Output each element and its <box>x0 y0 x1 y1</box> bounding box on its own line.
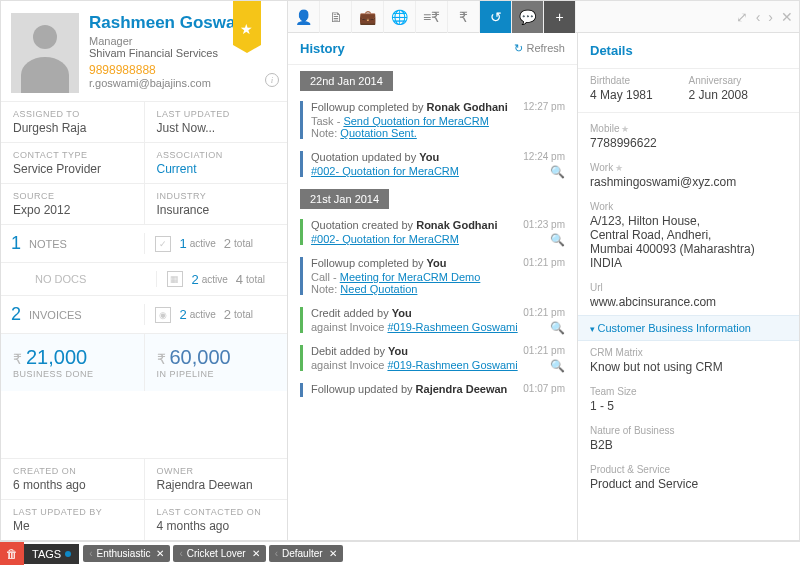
favorite-ribbon[interactable] <box>233 1 261 45</box>
history-link[interactable]: Need Quotation <box>340 283 417 295</box>
history-item[interactable]: Followup completed by YouCall - Meeting … <box>288 251 577 301</box>
birthdate-value: 4 May 1981 <box>590 88 689 102</box>
remove-tag-icon[interactable]: ✕ <box>156 548 164 559</box>
history-link[interactable]: #002- Quotation for MeraCRM <box>311 165 459 177</box>
footer-value: 4 months ago <box>157 519 276 533</box>
globe-icon: ◉ <box>155 307 171 323</box>
footer-value: Rajendra Deewan <box>157 478 276 492</box>
history-time: 01:21 pm <box>523 345 565 356</box>
date-header: 21st Jan 2014 <box>300 189 389 209</box>
footer-label: OWNER <box>157 466 276 476</box>
mobile-label: Mobile★ <box>590 123 787 134</box>
contact-company: Shivam Financial Services <box>89 47 255 59</box>
notes-stat[interactable]: 1NOTES <box>1 233 144 254</box>
footer-value: Me <box>13 519 132 533</box>
contact-email[interactable]: r.goswami@bajajins.com <box>89 77 255 89</box>
history-time: 01:23 pm <box>523 219 565 230</box>
history-item[interactable]: Followup completed by Ronak GodhaniTask … <box>288 95 577 145</box>
work-email-value: rashmingoswami@xyz.com <box>590 175 787 189</box>
toolbar-chat-icon[interactable]: 💬 <box>512 1 544 33</box>
nodocs-stat[interactable]: NO DOCS <box>1 271 156 287</box>
meta-label: INDUSTRY <box>157 191 276 201</box>
meta-label: ASSOCIATION <box>157 150 276 160</box>
history-item[interactable]: Credit added by Youagainst Invoice #019-… <box>288 301 577 339</box>
toolbar-globe-icon[interactable]: 🌐 <box>384 1 416 33</box>
biz-label: Product & Service <box>590 464 787 475</box>
meta-value: Expo 2012 <box>13 203 132 217</box>
mobile-value: 7788996622 <box>590 136 787 150</box>
footer-label: LAST UPDATED BY <box>13 507 132 517</box>
meta-value: Just Now... <box>157 121 276 135</box>
remove-tag-icon[interactable]: ✕ <box>329 548 337 559</box>
toolbar-briefcase-icon[interactable]: 💼 <box>352 1 384 33</box>
active-total-stat: ✓1active2total <box>144 233 288 254</box>
toolbar-rupee-icon[interactable]: ₹ <box>448 1 480 33</box>
delete-tag-icon[interactable]: 🗑 <box>0 542 24 566</box>
history-list: 22nd Jan 2014Followup completed by Ronak… <box>288 65 577 540</box>
anniversary-label: Anniversary <box>689 75 788 86</box>
history-item[interactable]: Debit added by Youagainst Invoice #019-R… <box>288 339 577 377</box>
history-link[interactable]: #002- Quotation for MeraCRM <box>311 233 459 245</box>
birthdate-label: Birthdate <box>590 75 689 86</box>
history-link[interactable]: Quotation Sent. <box>340 127 416 139</box>
in-pipeline: ₹60,000IN PIPELINE <box>144 334 288 391</box>
avatar[interactable] <box>11 13 79 93</box>
toolbar-history-icon[interactable]: ↺ <box>480 1 512 33</box>
toolbar-add-button[interactable]: + <box>544 1 576 33</box>
invoices-stat[interactable]: 2INVOICES <box>1 304 144 325</box>
history-time: 01:21 pm <box>523 257 565 268</box>
tag-chip[interactable]: Enthusiastic✕ <box>83 545 170 562</box>
meta-label: CONTACT TYPE <box>13 150 132 160</box>
prev-icon[interactable]: ‹ <box>756 9 761 25</box>
url-label: Url <box>590 282 787 293</box>
history-link[interactable]: Meeting for MeraCRM Demo <box>340 271 481 283</box>
history-title: History <box>300 41 345 56</box>
url-value[interactable]: www.abcinsurance.com <box>590 295 787 309</box>
magnify-icon[interactable]: 🔍 <box>550 359 565 373</box>
biz-value: 1 - 5 <box>590 399 787 413</box>
remove-tag-icon[interactable]: ✕ <box>252 548 260 559</box>
tags-bar: 🗑 TAGS Enthusiastic✕Cricket Lover✕Defaul… <box>0 541 800 565</box>
close-icon[interactable]: ✕ <box>781 9 793 25</box>
next-icon[interactable]: › <box>768 9 773 25</box>
business-done: ₹21,000BUSINESS DONE <box>1 334 144 391</box>
toolbar-list-icon[interactable]: ≡₹ <box>416 1 448 33</box>
biz-label: Team Size <box>590 386 787 397</box>
biz-value: Know but not using CRM <box>590 360 787 374</box>
tag-chip[interactable]: Defaulter✕ <box>269 545 343 562</box>
toolbar-user-icon[interactable]: 👤 <box>288 1 320 33</box>
history-link[interactable]: #019-Rashmeen Goswami <box>387 321 517 333</box>
contact-name[interactable]: Rashmeen Goswami <box>89 13 255 33</box>
toolbar-doc-icon[interactable]: 🗎 <box>320 1 352 33</box>
magnify-icon[interactable]: 🔍 <box>550 165 565 179</box>
expand-icon[interactable]: ⤢ <box>736 9 748 25</box>
work-addr-label: Work <box>590 201 787 212</box>
footer-value: 6 months ago <box>13 478 132 492</box>
history-time: 12:24 pm <box>523 151 565 162</box>
biz-label: Nature of Business <box>590 425 787 436</box>
contact-phone[interactable]: 9898988888 <box>89 63 255 77</box>
refresh-button[interactable]: Refresh <box>514 42 565 55</box>
history-item[interactable]: Quotation updated by You#002- Quotation … <box>288 145 577 183</box>
footer-label: LAST CONTACTED ON <box>157 507 276 517</box>
meta-label: SOURCE <box>13 191 132 201</box>
footer-label: CREATED ON <box>13 466 132 476</box>
meta-label: LAST UPDATED <box>157 109 276 119</box>
work-addr-value: A/123, Hilton House, Central Road, Andhe… <box>590 214 787 270</box>
meta-label: ASSIGNED TO <box>13 109 132 119</box>
history-item[interactable]: Followup updated by Rajendra Deewan01:07… <box>288 377 577 403</box>
business-info-accordion[interactable]: Customer Business Information <box>578 315 799 341</box>
biz-value: B2B <box>590 438 787 452</box>
magnify-icon[interactable]: 🔍 <box>550 321 565 335</box>
active-total-stat: ▦2active4total <box>156 271 288 287</box>
history-link[interactable]: #019-Rashmeen Goswami <box>387 359 517 371</box>
history-item[interactable]: Quotation created by Ronak Godhani#002- … <box>288 213 577 251</box>
history-time: 01:07 pm <box>523 383 565 394</box>
magnify-icon[interactable]: 🔍 <box>550 233 565 247</box>
briefcase-icon: ▦ <box>167 271 183 287</box>
info-icon[interactable]: i <box>265 73 279 87</box>
history-link[interactable]: Send Quotation for MeraCRM <box>343 115 489 127</box>
meta-value[interactable]: Current <box>157 162 276 176</box>
details-title: Details <box>578 33 799 69</box>
tag-chip[interactable]: Cricket Lover✕ <box>173 545 265 562</box>
